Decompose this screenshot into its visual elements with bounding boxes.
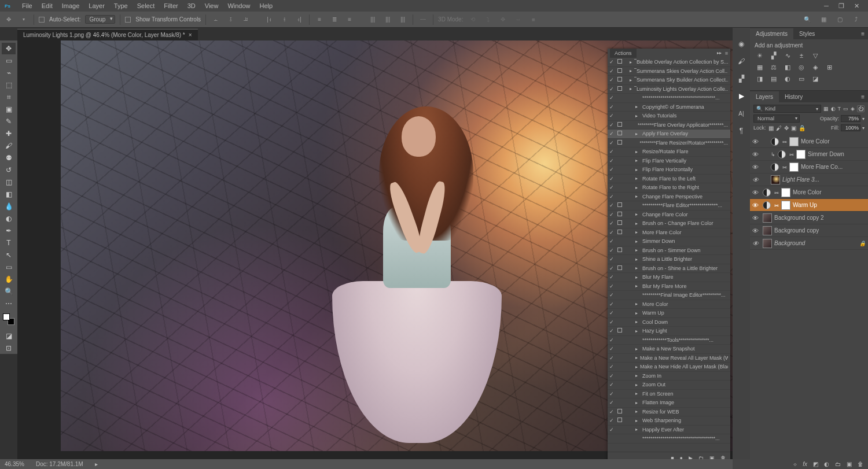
panel-menu-icon[interactable]: ≡ <box>855 91 868 102</box>
layer-row[interactable]: 👁⫘More Color <box>750 186 868 199</box>
align-right-icon[interactable]: ⫞| <box>294 14 304 25</box>
posterize-icon[interactable]: ▤ <box>768 74 779 83</box>
action-item[interactable]: ✓▸Resize for WEB <box>608 408 730 417</box>
gradient-tool[interactable]: ◧ <box>2 189 16 200</box>
layer-fx-icon[interactable]: fx <box>803 461 807 467</box>
levels-icon[interactable]: ▞ <box>768 51 779 60</box>
brush-tool[interactable]: 🖌 <box>2 140 16 152</box>
action-item[interactable]: ✓▸Make a New Hide All Layer Mask (Black) <box>608 363 730 372</box>
align-hcenter-icon[interactable]: ⫲ <box>279 14 289 25</box>
gradient-map-icon[interactable]: ▭ <box>796 74 807 83</box>
action-item[interactable]: ✓********Flare Resizer/Rotator*********.… <box>608 139 730 148</box>
action-item[interactable]: ✓▸Fit on Screen <box>608 390 730 399</box>
visibility-toggle[interactable]: 👁 <box>752 202 760 209</box>
align-left-icon[interactable]: |⫞ <box>264 14 274 25</box>
menu-help[interactable]: Help <box>255 1 278 11</box>
delete-layer-icon[interactable]: 🗑 <box>858 461 863 467</box>
visibility-toggle[interactable]: 👁 <box>752 176 760 183</box>
action-item[interactable]: ✓▸Change Flare Color <box>608 211 730 220</box>
filter-adjust-icon[interactable]: ◐ <box>831 106 836 112</box>
menu-select[interactable]: Select <box>133 1 160 11</box>
lock-pixels-icon[interactable]: 🖌 <box>776 125 782 131</box>
action-item[interactable]: ✓▸Brush on - Shine a Little Brighter <box>608 264 730 274</box>
opacity-input[interactable] <box>841 115 860 122</box>
filter-smart-icon[interactable]: ◈ <box>851 106 855 112</box>
layer-row[interactable]: 👁⫘More Flare Co... <box>750 161 868 173</box>
actions-tab[interactable]: Actions <box>610 49 637 58</box>
visibility-toggle[interactable]: 👁 <box>752 215 760 221</box>
action-item[interactable]: ************************************... <box>608 434 730 444</box>
history-brush-tool[interactable]: ↺ <box>2 164 16 176</box>
restore-icon[interactable]: ❐ <box>837 2 846 10</box>
visibility-toggle[interactable]: 👁 <box>752 151 760 158</box>
filter-pixel-icon[interactable]: ▦ <box>823 106 829 112</box>
show-transform-checkbox[interactable] <box>125 17 131 23</box>
edit-toolbar[interactable]: ⋯ <box>2 298 16 309</box>
dodge-tool[interactable]: ◐ <box>2 213 16 224</box>
link-layers-icon[interactable]: ⟐ <box>793 461 797 467</box>
shape-tool[interactable]: ▭ <box>2 261 16 273</box>
distribute-top-icon[interactable]: ≡ <box>314 14 325 25</box>
action-set[interactable]: ✓▸Summerana Skies Overlay Action Coll... <box>608 67 730 76</box>
clone-stamp-tool[interactable]: ⚉ <box>2 152 16 164</box>
action-item[interactable]: ✓**********Flare Editor**************... <box>608 201 730 211</box>
history-tab[interactable]: History <box>779 91 808 102</box>
action-item[interactable]: ✓▸Happily Ever After <box>608 426 730 435</box>
bw-icon[interactable]: ◧ <box>782 62 793 72</box>
menu-filter[interactable]: Filter <box>159 1 182 11</box>
brightness-icon[interactable]: ☀ <box>755 51 765 60</box>
lock-position-icon[interactable]: ✥ <box>784 125 789 131</box>
layer-row[interactable]: 👁⫘More Color <box>750 135 868 148</box>
frame-tool[interactable]: ▣ <box>2 104 16 115</box>
search-icon[interactable]: 🔍 <box>802 14 812 25</box>
photo-filter-icon[interactable]: ◎ <box>796 62 807 72</box>
collapse-panel-icon[interactable]: ▸▸ <box>717 50 722 56</box>
menu-layer[interactable]: Layer <box>84 1 109 11</box>
minimize-icon[interactable]: ─ <box>822 2 831 10</box>
lock-transparent-icon[interactable]: ▦ <box>768 125 774 131</box>
quick-select-tool[interactable]: ⬚ <box>2 79 16 91</box>
action-item[interactable]: ✓▸Web Sharpening <box>608 416 730 426</box>
tool-preset-chevron[interactable]: ▾ <box>19 14 29 25</box>
tab-close-icon[interactable]: × <box>189 32 192 38</box>
action-item[interactable]: ✓*********Final Image Editor*********... <box>608 291 730 300</box>
align-vcenter-icon[interactable]: ⫱ <box>226 14 236 25</box>
distribute-left-icon[interactable]: ||| <box>367 14 378 25</box>
screen-mode-icon[interactable]: ▢ <box>834 14 845 25</box>
crop-tool[interactable]: ⌗ <box>2 91 16 103</box>
menu-edit[interactable]: Edit <box>37 1 57 11</box>
adjustment-layer-icon[interactable]: ◐ <box>824 461 829 467</box>
action-item[interactable]: ✓********Flare Overlay Applicator*******… <box>608 121 730 130</box>
quick-mask[interactable]: ◪ <box>2 330 16 342</box>
selective-color-icon[interactable]: ◪ <box>810 74 821 83</box>
fill-input[interactable] <box>841 124 860 131</box>
status-chevron-icon[interactable]: ▸ <box>95 461 98 467</box>
visibility-toggle[interactable]: 👁 <box>752 227 760 234</box>
type-tool[interactable]: T <box>2 237 16 249</box>
close-icon[interactable]: ✕ <box>852 2 861 10</box>
vibrance-icon[interactable]: ▽ <box>810 51 821 60</box>
marquee-tool[interactable]: ▭ <box>2 55 16 67</box>
document-tab[interactable]: Luminosity Lights 1.png @ 46.4% (More Co… <box>17 29 198 40</box>
distribute-vcenter-icon[interactable]: ≣ <box>329 14 340 25</box>
action-item[interactable]: ✓************Tools***************... <box>608 336 730 345</box>
character-panel-icon[interactable]: A| <box>735 108 747 119</box>
action-set[interactable]: ✓▸Bubble Overlay Action Collection by S.… <box>608 58 730 67</box>
layer-row[interactable]: 👁⫘Warm Up <box>750 199 868 212</box>
styles-tab[interactable]: Styles <box>793 28 821 39</box>
move-tool[interactable]: ✥ <box>2 43 16 54</box>
doc-size[interactable]: Doc: 17.2M/81.1M <box>36 461 83 467</box>
channel-mixer-icon[interactable]: ◈ <box>810 62 821 72</box>
lasso-tool[interactable]: ⌁ <box>2 67 16 79</box>
action-set[interactable]: ✓▸Luminosity Lights Overlay Action Colle… <box>608 85 730 94</box>
action-item[interactable]: ✓▸Brush on - Change Flare Color <box>608 219 730 228</box>
share-icon[interactable]: ⤴ <box>851 14 861 25</box>
menu-image[interactable]: Image <box>57 1 84 11</box>
action-item[interactable]: ✓▸Video Tutorials <box>608 112 730 121</box>
filter-shape-icon[interactable]: ▭ <box>843 106 848 112</box>
blend-mode-select[interactable]: Normal <box>753 115 800 123</box>
color-panel-icon[interactable]: ◉ <box>735 38 747 50</box>
zoom-level[interactable]: 46.35% <box>5 461 24 467</box>
layer-row[interactable]: 👁Light Flare 3... <box>750 173 868 186</box>
threshold-icon[interactable]: ◐ <box>782 74 793 83</box>
